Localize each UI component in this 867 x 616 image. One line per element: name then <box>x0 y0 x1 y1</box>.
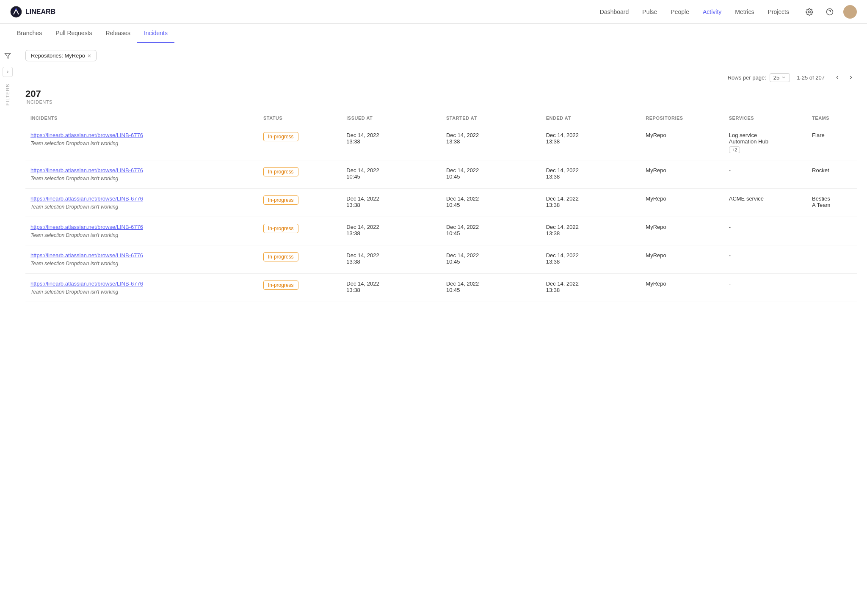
rows-per-page: Rows per page: 25 <box>728 73 790 82</box>
nav-activity[interactable]: Activity <box>703 8 721 15</box>
table-toolbar: Rows per page: 25 1-25 of 207 <box>25 68 857 88</box>
user-avatar[interactable] <box>843 5 857 19</box>
issued-at-cell: Dec 14, 2022 13:38 <box>341 245 441 274</box>
repository-cell: MyRepo <box>641 217 723 245</box>
rows-select-chevron-icon <box>781 75 786 80</box>
tab-releases[interactable]: Releases <box>99 24 137 43</box>
incident-description: Team selection Dropdown isn't working <box>30 204 118 210</box>
help-icon[interactable] <box>823 5 837 19</box>
ended-at-cell: Dec 14, 2022 13:38 <box>541 160 641 189</box>
teams-cell <box>807 217 857 245</box>
incident-description: Team selection Dropdown isn't working <box>30 140 118 146</box>
main-nav: Dashboard Pulse People Activity Metrics … <box>600 8 789 15</box>
service-names: - <box>729 252 802 258</box>
repository-cell: MyRepo <box>641 160 723 189</box>
service-names: - <box>729 224 802 230</box>
started-at-cell: Dec 14, 2022 10:45 <box>441 189 541 217</box>
table-header-row: INCIDENTS STATUS ISSUED AT STARTED AT EN… <box>25 111 857 125</box>
incident-link[interactable]: https://linearb.atlassian.net/browse/LIN… <box>30 252 253 258</box>
incident-description: Team selection Dropdown isn't working <box>30 176 118 182</box>
incident-description: Team selection Dropdown isn't working <box>30 289 118 295</box>
tab-pull-requests[interactable]: Pull Requests <box>49 24 99 43</box>
filters-label: FILTERS <box>5 84 10 105</box>
service-names: - <box>729 280 802 287</box>
prev-page-button[interactable] <box>831 72 843 83</box>
svg-point-1 <box>15 8 17 10</box>
incident-cell: https://linearb.atlassian.net/browse/LIN… <box>25 160 258 189</box>
service-names: ACME service <box>729 195 802 202</box>
col-header-status: STATUS <box>258 111 341 125</box>
started-at-cell: Dec 14, 2022 10:45 <box>441 274 541 302</box>
svg-point-2 <box>809 11 811 13</box>
repository-cell: MyRepo <box>641 189 723 217</box>
incident-link[interactable]: https://linearb.atlassian.net/browse/LIN… <box>30 280 253 287</box>
ended-at-cell: Dec 14, 2022 13:38 <box>541 125 641 160</box>
service-names: Log service Automation Hub <box>729 132 802 145</box>
filters-sidebar: FILTERS <box>0 43 15 616</box>
page-info: 1-25 of 207 <box>797 74 825 81</box>
table-row: https://linearb.atlassian.net/browse/LIN… <box>25 274 857 302</box>
col-header-incidents: INCIDENTS <box>25 111 258 125</box>
incident-link[interactable]: https://linearb.atlassian.net/browse/LIN… <box>30 195 253 202</box>
started-at-cell: Dec 14, 2022 10:45 <box>441 217 541 245</box>
incident-link[interactable]: https://linearb.atlassian.net/browse/LIN… <box>30 167 253 173</box>
services-cell: - <box>724 274 807 302</box>
next-page-button[interactable] <box>845 72 857 83</box>
status-badge: In-progress <box>263 280 298 290</box>
incidents-count-label: INCIDENTS <box>25 99 857 104</box>
status-badge: In-progress <box>263 224 298 233</box>
issued-at-cell: Dec 14, 2022 13:38 <box>341 274 441 302</box>
tab-incidents[interactable]: Incidents <box>137 24 174 43</box>
services-cell: - <box>724 160 807 189</box>
filter-chip-label: Repositories: MyRepo <box>31 52 85 59</box>
rows-per-page-value: 25 <box>773 74 779 81</box>
repository-cell: MyRepo <box>641 125 723 160</box>
nav-pulse[interactable]: Pulse <box>642 8 657 15</box>
incident-cell: https://linearb.atlassian.net/browse/LIN… <box>25 245 258 274</box>
rows-per-page-select[interactable]: 25 <box>770 73 790 82</box>
status-cell: In-progress <box>258 274 341 302</box>
logo[interactable]: LINEARB <box>10 6 55 18</box>
status-badge: In-progress <box>263 195 298 205</box>
incident-link[interactable]: https://linearb.atlassian.net/browse/LIN… <box>30 224 253 230</box>
services-cell: - <box>724 217 807 245</box>
rows-per-page-label: Rows per page: <box>728 74 766 81</box>
incidents-number: 207 <box>25 88 857 99</box>
logo-text: LINEARB <box>25 8 55 16</box>
teams-cell: Flare <box>807 125 857 160</box>
main-content: Repositories: MyRepo × Rows per page: 25… <box>15 43 867 616</box>
ended-at-cell: Dec 14, 2022 13:38 <box>541 189 641 217</box>
services-cell: - <box>724 245 807 274</box>
incident-link[interactable]: https://linearb.atlassian.net/browse/LIN… <box>30 132 253 138</box>
col-header-teams: TEAMS <box>807 111 857 125</box>
nav-metrics[interactable]: Metrics <box>735 8 754 15</box>
incident-description: Team selection Dropdown isn't working <box>30 232 118 238</box>
settings-icon[interactable] <box>803 5 816 19</box>
nav-projects[interactable]: Projects <box>768 8 789 15</box>
started-at-cell: Dec 14, 2022 10:45 <box>441 245 541 274</box>
table-row: https://linearb.atlassian.net/browse/LIN… <box>25 245 857 274</box>
page-nav <box>831 72 857 83</box>
incidents-table: INCIDENTS STATUS ISSUED AT STARTED AT EN… <box>25 111 857 302</box>
filter-chip-close-icon[interactable]: × <box>88 53 91 59</box>
service-names: - <box>729 167 802 173</box>
nav-dashboard[interactable]: Dashboard <box>600 8 629 15</box>
filter-icon[interactable] <box>2 50 14 62</box>
table-row: https://linearb.atlassian.net/browse/LIN… <box>25 189 857 217</box>
incident-cell: https://linearb.atlassian.net/browse/LIN… <box>25 189 258 217</box>
logo-icon <box>10 6 22 18</box>
expand-filters-button[interactable] <box>3 67 13 77</box>
col-header-issued: ISSUED AT <box>341 111 441 125</box>
issued-at-cell: Dec 14, 2022 13:38 <box>341 217 441 245</box>
nav-people[interactable]: People <box>671 8 689 15</box>
incident-cell: https://linearb.atlassian.net/browse/LIN… <box>25 274 258 302</box>
services-extra-badge[interactable]: +2 <box>729 146 740 153</box>
status-badge: In-progress <box>263 132 298 141</box>
filter-chips: Repositories: MyRepo × <box>25 50 857 61</box>
teams-cell: Rocket <box>807 160 857 189</box>
incidents-count: 207 INCIDENTS <box>25 88 857 104</box>
tab-branches[interactable]: Branches <box>10 24 49 43</box>
layout: FILTERS Repositories: MyRepo × Rows per … <box>0 43 867 616</box>
col-header-ended: ENDED AT <box>541 111 641 125</box>
filter-chip-repo[interactable]: Repositories: MyRepo × <box>25 50 97 61</box>
